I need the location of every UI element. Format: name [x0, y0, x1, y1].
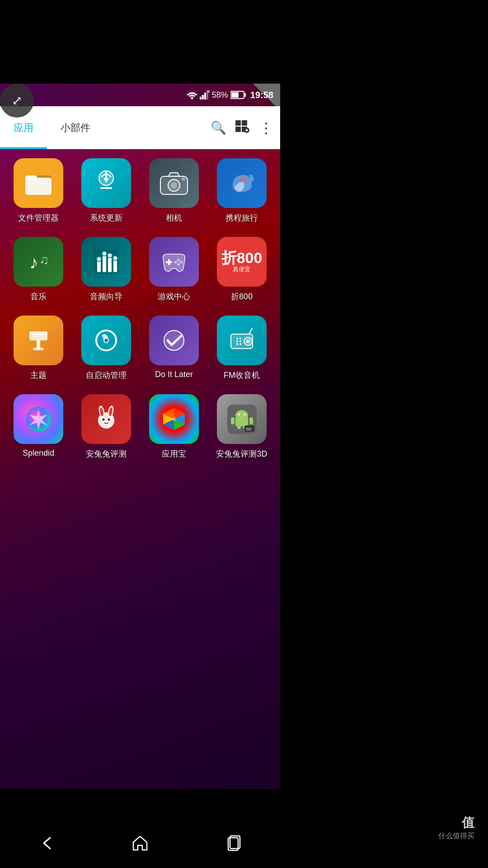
more-options-icon[interactable]: ⋮: [259, 121, 273, 135]
watermark-icon: 值: [438, 814, 474, 831]
svg-point-49: [104, 338, 108, 343]
svg-point-57: [239, 343, 241, 345]
app-icon-music: ♪ ♫: [14, 237, 63, 287]
battery-icon: [230, 90, 247, 99]
app-item-antutu3d[interactable]: SD 安兔兔评测3D: [208, 394, 276, 459]
svg-point-44: [174, 261, 177, 264]
svg-point-54: [236, 343, 238, 345]
app-icon-game-center: [149, 237, 199, 287]
app-label-autostart: 自启动管理: [86, 370, 127, 381]
svg-point-27: [241, 177, 246, 182]
svg-point-67: [102, 418, 104, 420]
recents-button[interactable]: [218, 832, 249, 854]
app-item-do-it-later[interactable]: Do It Later: [140, 316, 208, 381]
svg-point-43: [177, 263, 180, 266]
search-icon[interactable]: 🔍: [211, 120, 226, 135]
svg-rect-33: [108, 257, 112, 272]
app-item-autostart[interactable]: 自启动管理: [72, 316, 140, 381]
svg-point-77: [238, 414, 240, 415]
svg-rect-10: [242, 120, 247, 126]
app-item-yingyongbao[interactable]: 应用宝: [140, 394, 208, 459]
app-item-file-manager[interactable]: 文件管理器: [5, 158, 72, 223]
svg-rect-8: [231, 92, 239, 98]
svg-point-42: [180, 261, 183, 264]
phone-screen: ⤢ 58%: [0, 84, 280, 868]
app-icon-antutu3d: SD: [217, 394, 267, 444]
app-icon-trip: [217, 158, 267, 208]
zhe800-main-text: 折800: [221, 250, 263, 265]
svg-rect-2: [202, 95, 204, 99]
tab-widgets[interactable]: 小部件: [47, 106, 104, 149]
svg-point-69: [171, 416, 177, 422]
svg-point-36: [102, 251, 107, 256]
svg-rect-48: [33, 348, 44, 350]
app-label-yingyongbao: 应用宝: [162, 448, 186, 459]
svg-point-78: [244, 414, 245, 415]
app-item-theme[interactable]: 主题: [5, 316, 72, 381]
expand-button[interactable]: ⤢: [0, 84, 34, 118]
app-item-splendid[interactable]: Splendid: [5, 394, 72, 459]
signal-icon: [200, 90, 210, 99]
status-bar: 58% 19:58: [0, 84, 280, 106]
svg-point-55: [239, 338, 241, 340]
svg-point-68: [108, 418, 110, 420]
svg-rect-11: [235, 127, 241, 132]
app-icon-do-it-later: [149, 316, 199, 365]
svg-point-26: [182, 177, 185, 181]
svg-point-0: [191, 97, 193, 99]
app-label-trip: 携程旅行: [225, 212, 258, 223]
expand-icon: ⤢: [12, 93, 22, 108]
app-label-antutu3d: 安兔兔评测3D: [216, 448, 267, 459]
grid-settings-icon[interactable]: [235, 120, 250, 136]
app-label-do-it-later: Do It Later: [155, 370, 193, 379]
app-item-audio-wizard[interactable]: 音频向导: [72, 237, 140, 302]
app-icon-audio-wizard: [81, 237, 131, 287]
svg-rect-75: [237, 425, 241, 429]
svg-text:♪: ♪: [29, 252, 38, 272]
watermark-text: 什么值得买: [438, 831, 474, 841]
tab-area: 应用 小部件: [0, 106, 204, 149]
svg-rect-18: [25, 175, 37, 180]
app-icon-autostart: [81, 316, 131, 365]
app-label-audio-wizard: 音频向导: [90, 291, 122, 302]
app-item-antutu[interactable]: 安兔兔评测: [72, 394, 140, 459]
header-bar: 应用 小部件 🔍 ⋮: [0, 106, 280, 149]
app-icon-theme: [14, 316, 63, 365]
svg-rect-7: [244, 93, 246, 97]
svg-point-37: [108, 253, 112, 258]
bottom-navigation: [0, 818, 280, 868]
svg-line-60: [249, 328, 252, 334]
app-label-splendid: Splendid: [23, 448, 54, 458]
svg-rect-73: [231, 417, 235, 425]
svg-rect-1: [200, 97, 202, 99]
wifi-icon: [187, 90, 197, 99]
app-item-music[interactable]: ♪ ♫ 音乐: [5, 237, 72, 302]
svg-rect-34: [113, 260, 117, 272]
battery-percent: 58%: [212, 90, 228, 100]
svg-rect-3: [204, 93, 206, 99]
app-item-camera[interactable]: 相机: [140, 158, 208, 223]
app-label-theme: 主题: [30, 370, 47, 381]
app-icon-antutu: [81, 394, 131, 444]
app-grid: 文件管理器 系统更新: [0, 149, 280, 468]
svg-point-59: [246, 340, 250, 343]
recents-icon: [225, 834, 243, 852]
svg-rect-40: [168, 259, 170, 265]
app-icon-zhe800: 折800 真便宜: [217, 237, 267, 287]
app-item-trip[interactable]: 携程旅行: [208, 158, 276, 223]
app-icon-splendid: [14, 394, 63, 444]
app-label-music: 音乐: [30, 291, 47, 302]
app-item-game-center[interactable]: 游戏中心: [140, 237, 208, 302]
app-item-fm-radio[interactable]: FM收音机: [208, 316, 276, 381]
status-time: 19:58: [250, 90, 273, 100]
app-icon-camera: [149, 158, 199, 208]
app-item-zhe800[interactable]: 折800 真便宜 折800: [208, 237, 276, 302]
svg-rect-32: [103, 255, 106, 272]
home-button[interactable]: [124, 832, 156, 854]
back-button[interactable]: [31, 832, 62, 854]
svg-point-25: [171, 182, 177, 189]
app-icon-file-manager: [14, 158, 63, 208]
svg-rect-9: [235, 120, 241, 126]
status-icons: 58%: [187, 90, 247, 100]
app-item-system-update[interactable]: 系统更新: [72, 158, 140, 223]
